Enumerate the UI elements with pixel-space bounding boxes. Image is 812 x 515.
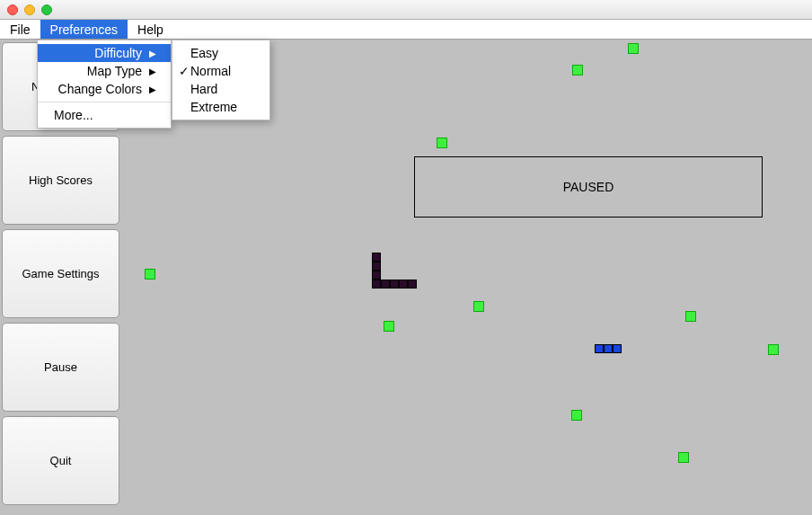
menu-item-difficulty[interactable]: Difficulty ▶ <box>38 44 171 62</box>
food-item <box>384 321 394 332</box>
snake-dark-segment <box>399 280 408 289</box>
snake-blue-segment <box>595 344 604 353</box>
menu-file[interactable]: File <box>0 20 40 39</box>
food-item <box>678 452 689 463</box>
menu-preferences[interactable]: Preferences <box>40 20 128 39</box>
close-icon[interactable] <box>7 4 18 15</box>
menu-item-map-type[interactable]: Map Type ▶ <box>38 62 171 80</box>
menu-item-hard[interactable]: Hard <box>172 80 269 98</box>
snake-blue-segment <box>604 344 613 353</box>
window-titlebar <box>0 0 812 20</box>
snake-dark-segment <box>372 262 381 271</box>
menu-help[interactable]: Help <box>128 20 173 39</box>
snake-dark-segment <box>372 280 381 289</box>
food-item <box>437 138 447 148</box>
difficulty-submenu: Easy ✓ Normal Hard Extreme <box>172 40 270 120</box>
snake-dark-segment <box>372 253 381 262</box>
high-scores-button[interactable]: High Scores <box>2 136 119 225</box>
paused-label: PAUSED <box>563 180 614 194</box>
snake-dark-segment <box>381 280 390 289</box>
pause-button[interactable]: Pause <box>2 323 119 412</box>
check-icon: ✓ <box>178 64 190 78</box>
food-item <box>768 344 779 355</box>
menu-item-extreme[interactable]: Extreme <box>172 98 269 116</box>
menu-separator <box>38 102 171 102</box>
zoom-icon[interactable] <box>41 4 52 15</box>
food-item <box>145 269 155 280</box>
game-settings-button[interactable]: Game Settings <box>2 229 119 318</box>
food-item <box>572 65 583 75</box>
food-item <box>685 311 696 322</box>
snake-blue-segment <box>613 344 622 353</box>
submenu-arrow-icon: ▶ <box>149 67 156 76</box>
minimize-icon[interactable] <box>24 4 35 15</box>
quit-button[interactable]: Quit <box>2 416 119 505</box>
menu-item-easy[interactable]: Easy <box>172 44 269 62</box>
preferences-menu: Difficulty ▶ Map Type ▶ Change Colors ▶ … <box>37 40 172 129</box>
menu-item-normal[interactable]: ✓ Normal <box>172 62 269 80</box>
food-item <box>473 301 484 312</box>
menu-item-change-colors[interactable]: Change Colors ▶ <box>38 80 171 98</box>
menu-item-more[interactable]: More... <box>38 106 171 124</box>
snake-dark-segment <box>372 271 381 280</box>
food-item <box>571 410 582 421</box>
submenu-arrow-icon: ▶ <box>149 84 156 94</box>
snake-dark-segment <box>390 280 399 289</box>
submenu-arrow-icon: ▶ <box>149 49 156 58</box>
paused-overlay: PAUSED <box>414 156 763 218</box>
snake-dark-segment <box>408 280 417 289</box>
food-item <box>628 43 639 54</box>
menu-bar: File Preferences Help <box>0 20 812 40</box>
